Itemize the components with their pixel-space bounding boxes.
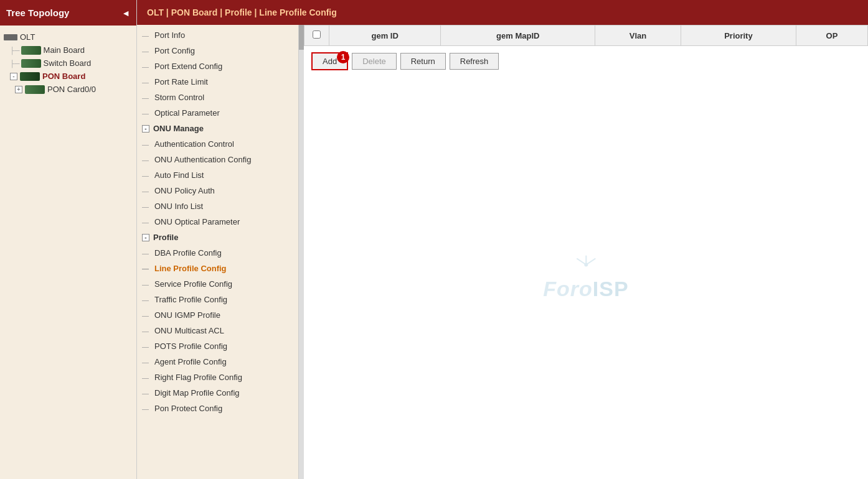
buttons-row: Add 1 Delete Return Refresh bbox=[304, 46, 868, 77]
nav-item-auth-control[interactable]: Authentication Control bbox=[137, 136, 298, 152]
main-content: OLT | PON Board | Profile | Line Profile… bbox=[137, 0, 868, 479]
tree-label-switch-board: Switch Board bbox=[44, 58, 92, 68]
tree-connector-2: ├─ bbox=[10, 60, 20, 67]
add-badge: 1 bbox=[337, 51, 349, 63]
nav-item-agent-profile[interactable]: Agent Profile Config bbox=[137, 354, 298, 370]
breadcrumb-bar: OLT | PON Board | Profile | Line Profile… bbox=[137, 0, 868, 25]
sidebar: Tree Topology ◄ OLT ├─ Main Board ├─ Swi… bbox=[0, 0, 137, 479]
pon-board-icon bbox=[20, 72, 40, 81]
svg-line-2 bbox=[586, 258, 595, 264]
breadcrumb-sep-1: | bbox=[166, 7, 171, 17]
pon-card-collapse[interactable]: + bbox=[15, 86, 22, 93]
nav-item-onu-igmp[interactable]: ONU IGMP Profile bbox=[137, 307, 298, 323]
tree-item-switch-board[interactable]: ├─ Switch Board bbox=[0, 57, 136, 70]
nav-item-traffic-profile[interactable]: Traffic Profile Config bbox=[137, 292, 298, 307]
nav-item-onu-info-list[interactable]: ONU Info List bbox=[137, 198, 298, 214]
nav-item-onu-optical-param[interactable]: ONU Optical Parameter bbox=[137, 214, 298, 230]
nav-menu: Port Info Port Config Port Extend Config… bbox=[137, 25, 299, 479]
nav-item-auto-find-list[interactable]: Auto Find List bbox=[137, 167, 298, 183]
pon-card-icon bbox=[25, 85, 45, 94]
sidebar-collapse-icon[interactable]: ◄ bbox=[121, 8, 130, 18]
data-table: gem ID gem MapID Vlan Priority OP bbox=[304, 25, 868, 46]
olt-icon bbox=[4, 34, 17, 40]
add-button-wrapper: Add 1 bbox=[311, 52, 348, 70]
data-area: gem ID gem MapID Vlan Priority OP Add 1 … bbox=[304, 25, 868, 479]
nav-item-onu-multicast[interactable]: ONU Multicast ACL bbox=[137, 323, 298, 338]
nav-item-optical-parameter[interactable]: Optical Parameter bbox=[137, 105, 298, 121]
tree-label-main-board: Main Board bbox=[44, 45, 85, 55]
nav-section-onu-manage[interactable]: - ONU Manage bbox=[137, 121, 298, 136]
breadcrumb-part-3: Profile bbox=[225, 7, 252, 17]
table-header-gem-id: gem ID bbox=[329, 26, 441, 46]
nav-section-onu-manage-label: ONU Manage bbox=[153, 124, 204, 133]
svg-point-3 bbox=[584, 263, 588, 266]
onu-manage-collapse-icon: - bbox=[142, 125, 149, 133]
sidebar-title: Tree Topology bbox=[6, 7, 69, 18]
breadcrumb-sep-2: | bbox=[220, 7, 225, 17]
tree-label-olt: OLT bbox=[20, 32, 35, 42]
tree-item-olt[interactable]: OLT bbox=[0, 30, 136, 44]
nav-item-digit-map[interactable]: Digit Map Profile Config bbox=[137, 385, 298, 401]
delete-button[interactable]: Delete bbox=[352, 53, 397, 70]
nav-scrollbar[interactable] bbox=[299, 25, 304, 479]
nav-item-port-config[interactable]: Port Config bbox=[137, 43, 298, 58]
nav-item-pon-protect[interactable]: Pon Protect Config bbox=[137, 401, 298, 416]
tree-label-pon-card: PON Card0/0 bbox=[47, 85, 96, 94]
table-header-op: OP bbox=[796, 26, 867, 46]
nav-item-line-profile[interactable]: Line Profile Config bbox=[137, 261, 298, 276]
breadcrumb-part-4: Line Profile Config bbox=[259, 7, 336, 17]
nav-item-storm-control[interactable]: Storm Control bbox=[137, 90, 298, 105]
refresh-button[interactable]: Refresh bbox=[450, 53, 499, 70]
breadcrumb-part-1: OLT bbox=[147, 7, 164, 17]
profile-collapse-icon: - bbox=[142, 234, 149, 241]
switch-board-icon bbox=[21, 59, 41, 68]
nav-item-service-profile[interactable]: Service Profile Config bbox=[137, 276, 298, 292]
main-board-icon bbox=[21, 46, 41, 55]
tree-item-pon-board[interactable]: - PON Board bbox=[0, 70, 136, 83]
nav-item-port-extend-config[interactable]: Port Extend Config bbox=[137, 58, 298, 74]
tree-item-main-board[interactable]: ├─ Main Board bbox=[0, 44, 136, 57]
pon-board-collapse[interactable]: - bbox=[10, 73, 17, 80]
breadcrumb-part-2: PON Board bbox=[171, 7, 218, 17]
nav-item-pots-profile[interactable]: POTS Profile Config bbox=[137, 338, 298, 354]
svg-line-0 bbox=[577, 258, 586, 264]
nav-item-dba-profile[interactable]: DBA Profile Config bbox=[137, 245, 298, 261]
tree-label-pon-board: PON Board bbox=[42, 72, 85, 81]
table-header-vlan: Vlan bbox=[595, 26, 681, 46]
select-all-checkbox[interactable] bbox=[313, 30, 321, 39]
data-content-area: ForoISP bbox=[304, 77, 868, 479]
nav-section-profile-label: Profile bbox=[153, 233, 178, 242]
nav-item-onu-auth-config[interactable]: ONU Authentication Config bbox=[137, 152, 298, 167]
nav-item-port-info[interactable]: Port Info bbox=[137, 27, 298, 43]
return-button[interactable]: Return bbox=[400, 53, 446, 70]
nav-scrollbar-thumb bbox=[299, 25, 304, 50]
nav-item-onu-policy-auth[interactable]: ONU Policy Auth bbox=[137, 183, 298, 198]
nav-item-right-flag[interactable]: Right Flag Profile Config bbox=[137, 370, 298, 385]
nav-section-profile[interactable]: - Profile bbox=[137, 230, 298, 245]
sidebar-tree: OLT ├─ Main Board ├─ Switch Board - PON … bbox=[0, 26, 136, 479]
tree-connector-1: ├─ bbox=[10, 47, 20, 54]
table-header-priority: Priority bbox=[681, 26, 796, 46]
foro-isp-watermark: ForoISP bbox=[543, 255, 628, 300]
table-header-checkbox bbox=[304, 26, 329, 46]
sidebar-header: Tree Topology ◄ bbox=[0, 0, 136, 26]
nav-item-port-rate-limit[interactable]: Port Rate Limit bbox=[137, 74, 298, 90]
table-header-gem-mapid: gem MapID bbox=[441, 26, 595, 46]
content-pane: Port Info Port Config Port Extend Config… bbox=[137, 25, 868, 479]
tree-item-pon-card[interactable]: + PON Card0/0 bbox=[0, 83, 136, 96]
